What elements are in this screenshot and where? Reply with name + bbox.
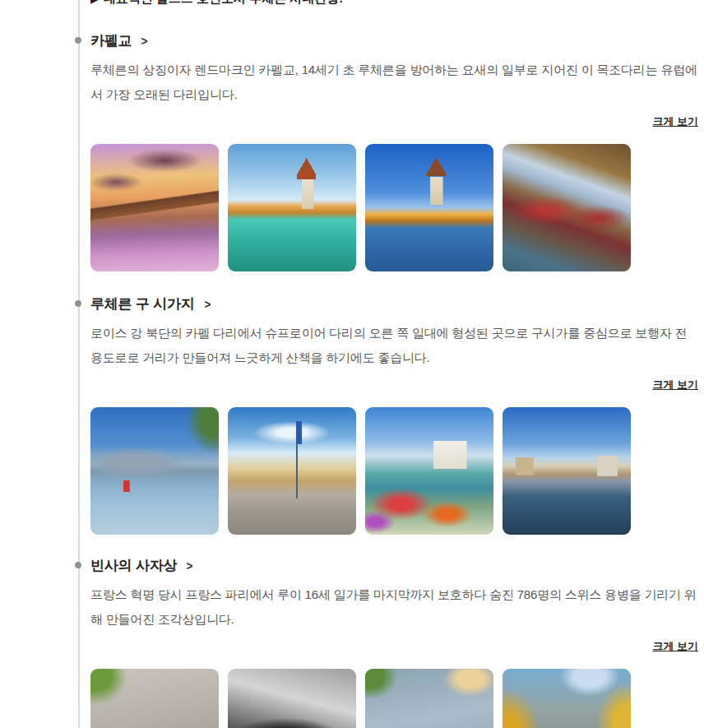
poi-description: 프랑스 혁명 당시 프랑스 파리에서 루이 16세 일가를 마지막까지 보호하다…: [90, 582, 698, 632]
photo-row: [90, 144, 698, 271]
photo-lion-monument-autumn[interactable]: [503, 669, 631, 728]
photo-jesuit-church-flowers[interactable]: [365, 407, 493, 535]
photo-old-town-square[interactable]: [228, 407, 356, 535]
poi-title-row[interactable]: 빈사의 사자상 >: [90, 556, 698, 574]
photo-kapellbruecke-flower-walkway[interactable]: [503, 144, 631, 271]
view-larger-link[interactable]: 크게 보기: [652, 640, 698, 652]
photo-kapellbruecke-sunset[interactable]: [90, 144, 219, 271]
view-larger-link[interactable]: 크게 보기: [652, 378, 698, 391]
photo-lion-monument-bw-closeup[interactable]: [228, 669, 356, 728]
poi-section-kapellbruecke: 카펠교 > 루체른의 상징이자 렌드마크인 카펠교, 14세기 초 루체른을 방…: [90, 31, 698, 271]
timeline-dot: [75, 37, 81, 44]
photo-row: [90, 669, 698, 728]
itinerary-page: ▶ 대표적인 알프스 호반도시 루체른 시내관광! 카펠교 > 루체른의 상징이…: [0, 0, 704, 728]
poi-title-row[interactable]: 카펠교 >: [90, 31, 698, 49]
itinerary-heading: ▶ 대표적인 알프스 호반도시 루체른 시내관광!: [90, 0, 343, 7]
photo-row: [90, 407, 698, 535]
poi-title: 카펠교: [90, 31, 132, 50]
poi-section-lion-monument: 빈사의 사자상 > 프랑스 혁명 당시 프랑스 파리에서 루이 16세 일가를 …: [90, 556, 698, 728]
photo-kapellbruecke-blue-sky[interactable]: [365, 144, 493, 271]
poi-section-old-town: 루체른 구 시가지 > 로이스 강 북단의 카펠 다리에서 슈프로이어 다리의 …: [90, 294, 698, 535]
view-larger-link[interactable]: 크게 보기: [652, 115, 698, 128]
photo-kapellbruecke-teal-water[interactable]: [228, 144, 356, 271]
poi-title-row[interactable]: 루체른 구 시가지 >: [90, 294, 698, 313]
chevron-right-icon: >: [141, 34, 148, 48]
link-row: 크게 보기: [90, 638, 698, 652]
photo-lake-lucerne-pilatus[interactable]: [90, 407, 219, 535]
chevron-right-icon: >: [204, 297, 211, 311]
link-row: 크게 보기: [90, 114, 698, 128]
itinerary-content: 카펠교 > 루체른의 상징이자 렌드마크인 카펠교, 14세기 초 루체른을 방…: [0, 31, 704, 728]
photo-lion-monument-rock[interactable]: [90, 669, 219, 728]
link-row: 크게 보기: [90, 377, 698, 391]
timeline-dot: [75, 562, 81, 568]
poi-title: 루체른 구 시가지: [90, 294, 195, 313]
poi-description: 루체른의 상징이자 렌드마크인 카펠교, 14세기 초 루체른을 방어하는 요새…: [90, 58, 698, 107]
photo-lion-monument-blue-rock[interactable]: [365, 669, 493, 728]
photo-riverside-buildings[interactable]: [503, 407, 631, 535]
poi-description: 로이스 강 북단의 카펠 다리에서 슈프로이어 다리의 오른 쪽 일대에 형성된…: [90, 321, 698, 370]
poi-title: 빈사의 사자상: [90, 556, 177, 575]
chevron-right-icon: >: [187, 559, 193, 573]
timeline-dot: [75, 300, 81, 307]
